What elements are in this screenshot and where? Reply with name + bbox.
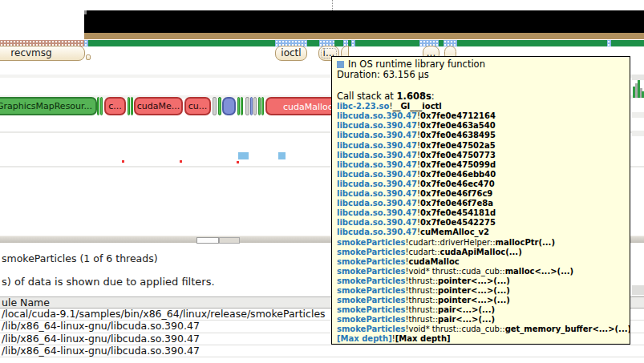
tooltip-callstack-heading: Call stack at 1.608s: [337, 91, 625, 102]
filtered-interval-highlight [351, 40, 355, 46]
stack-frame: libcuda.so.390.47!0x7fe0e454181d [337, 208, 625, 218]
segment-blue-api[interactable] [222, 97, 236, 115]
callstack-time: 1.608s [397, 91, 431, 102]
segment-thin[interactable] [100, 97, 103, 115]
stack-frame: [Max depth]![Max depth] [337, 334, 625, 344]
interval-ioctl[interactable]: ioctl [275, 46, 307, 61]
segment-cuda-short2[interactable]: cu... [184, 97, 211, 115]
segment-thin[interactable] [253, 97, 257, 115]
stack-frame: libcuda.so.390.47!0x7fe0e46ec470 [337, 179, 625, 189]
filtered-interval-highlight [607, 40, 611, 46]
segment-thin[interactable] [261, 97, 264, 115]
os-runtime-overview-bar[interactable] [84, 40, 644, 46]
tooltip-title: In OS runtime library function [348, 59, 485, 70]
segment-thin[interactable] [245, 97, 249, 115]
marker-dot [122, 160, 124, 163]
segment-thin[interactable] [241, 97, 243, 115]
segment-label: GraphicsMapResour... [0, 101, 92, 111]
module-table-row[interactable]: /lib/x86_64-linux-gnu/libcuda.so.390.47 [0, 345, 644, 357]
stack-frame: libcuda.so.390.47!0x7fe0e46f76c9 [337, 189, 625, 199]
stack-frame: smokeParticles!void* thrust::cuda_cub::g… [337, 325, 625, 334]
stack-frame: libcuda.so.390.47!0x7fe0e4750773 [337, 151, 625, 160]
call-stack-list: libc-2.23.so!__GI___ioctllibcuda.so.390.… [337, 102, 625, 344]
row-stripe [632, 131, 644, 136]
segment-label: cu... [188, 101, 208, 111]
tooltip-duration: Duration: 63.156 μs [337, 70, 625, 80]
splitter-handle[interactable] [219, 237, 240, 244]
interval-recvmsg[interactable]: recvmsg [0, 46, 85, 61]
interval-tiny[interactable] [86, 54, 91, 60]
segment-cuda-short[interactable]: c... [104, 97, 126, 115]
segment-label: cudaMe... [137, 101, 180, 111]
segment-thin[interactable] [131, 97, 133, 115]
profiler-window: recvmsg ioctl i... ... GraphicsMapResour… [0, 0, 644, 363]
stack-frame: libcuda.so.390.47!cuMemAlloc_v2 [337, 228, 625, 237]
stack-frame: smokeParticles!thrust::pair<...>(...) [337, 315, 625, 325]
stack-frame: libcuda.so.390.47!0x7fe0e46f7e8a [337, 199, 625, 208]
panel-fragment [632, 285, 644, 295]
stack-frame: libcuda.so.390.47!0x7fe0e4712164 [337, 111, 625, 121]
marker-dot [237, 161, 239, 163]
timeline-driver-api-bar[interactable] [84, 33, 644, 39]
callstack-tooltip: In OS runtime library function Duration:… [331, 56, 630, 345]
stack-frame: smokeParticles!thrust::pointer<...>(...) [337, 276, 625, 286]
segment-thin[interactable] [97, 97, 99, 115]
segment-label: c... [108, 101, 122, 111]
stack-frame: libcuda.so.390.47!0x7fe0e475099d [337, 160, 625, 170]
timeline-overview-notch [84, 10, 87, 14]
segment-thin[interactable] [213, 97, 217, 115]
row-stripe [632, 75, 644, 80]
os-runtime-legend-icon [337, 61, 344, 68]
segment-thin[interactable] [250, 97, 253, 115]
stack-frame: libcuda.so.390.47!0x7fe0e4542275 [337, 218, 625, 228]
time-marker-line [332, 0, 333, 10]
segment-thin[interactable] [218, 97, 221, 115]
segment-thin[interactable] [258, 97, 261, 115]
stack-frame: smokeParticles!cudart::driverHelper::mal… [337, 238, 625, 248]
stack-frame: libcuda.so.390.47!0x7fe0e46ebb40 [337, 170, 625, 179]
stack-frame: smokeParticles!cudaMalloc [337, 257, 625, 267]
segment-graphics-map-resource[interactable]: GraphicsMapResour... [0, 97, 97, 115]
segment-label: cudaMalloc [283, 99, 333, 115]
memcpy-marker[interactable] [238, 152, 249, 159]
segment-thin[interactable] [128, 97, 130, 115]
splitter-handle[interactable] [196, 237, 219, 244]
stack-frame: smokeParticles!cudart::cudaApiMalloc(...… [337, 248, 625, 257]
stack-frame: smokeParticles!void* thrust::cuda_cub::m… [337, 267, 625, 276]
filtered-interval-highlight [84, 40, 88, 46]
filter-notice-text: s) of data is shown due to applied filte… [2, 276, 215, 288]
stack-frame: smokeParticles!thrust::pointer<...>(...) [337, 296, 625, 305]
stack-frame: libcuda.so.390.47!0x7fe0e47502a5 [337, 141, 625, 151]
segment-cuda-memcpy[interactable]: cudaMe... [134, 97, 183, 115]
memcpy-marker[interactable] [278, 152, 286, 159]
stack-frame: smokeParticles!thrust::pair<...>(...) [337, 305, 625, 315]
marker-dot [180, 160, 182, 163]
stack-frame: libc-2.23.so!__GI___ioctl [337, 102, 625, 111]
interval-ioctl-label: ioctl [281, 47, 301, 58]
stack-frame: libcuda.so.390.47!0x7fe0e463a540 [337, 121, 625, 131]
segment-thin[interactable] [237, 97, 240, 115]
tooltip-title-row: In OS runtime library function [337, 59, 625, 70]
interval-recvmsg-label: recvmsg [10, 47, 51, 58]
timeline-overview-bar[interactable] [84, 10, 644, 33]
row-stripe [632, 112, 644, 118]
thread-summary-label: smokeParticles (1 of 6 threads) [2, 252, 158, 264]
stack-frame: libcuda.so.390.47!0x7fe0e4638495 [337, 131, 625, 140]
stack-frame: smokeParticles!thrust::pointer<...>(...) [337, 286, 625, 296]
